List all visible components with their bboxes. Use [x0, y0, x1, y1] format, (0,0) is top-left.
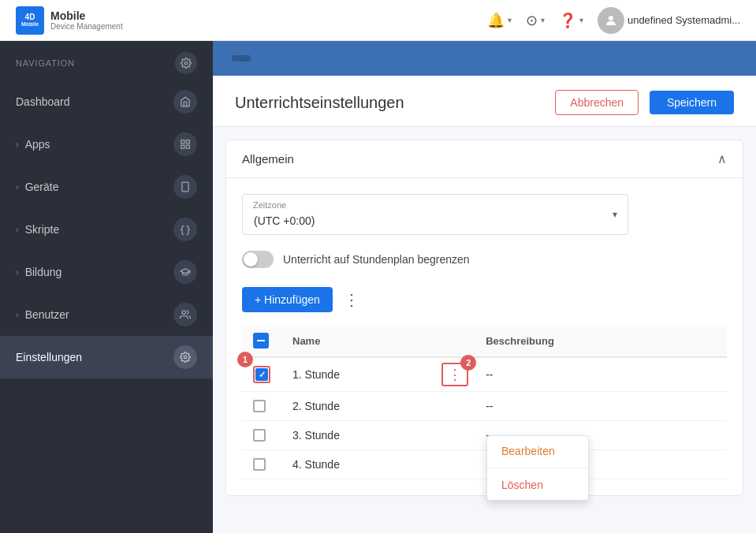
sidebar: NAVIGATION Dashboard › Apps [0, 41, 213, 533]
logo-icon: 4D Mobile [16, 6, 44, 35]
sub-header [213, 41, 756, 76]
sidebar-item-bildung[interactable]: › Bildung [0, 251, 213, 293]
sidebar-item-label: Dashboard [16, 95, 70, 108]
sidebar-item-label: Geräte [25, 181, 59, 193]
row1-action-container: 2 ⋮ [441, 363, 468, 386]
dashboard-icon [173, 90, 197, 114]
row1-description: 2 ⋮ -- [475, 357, 727, 392]
sidebar-item-apps[interactable]: › Apps [0, 123, 213, 166]
bildung-chevron-icon: › [16, 267, 19, 277]
svg-rect-3 [186, 140, 189, 144]
more-options-button[interactable]: ⋮ [341, 287, 363, 312]
context-menu: Bearbeiten Löschen [486, 435, 589, 501]
save-button[interactable]: Speichern [650, 91, 734, 114]
allgemein-section: Allgemein ∧ Zeitzone (UTC +0:00) ▾ [225, 140, 743, 496]
page-content: Unterrichtseinstellungen Abbrechen Speic… [213, 76, 756, 533]
sidebar-item-label: Skripte [25, 223, 60, 236]
help-chevron-icon: ▾ [579, 16, 583, 24]
table-row: 2. Stunde -- [242, 392, 727, 421]
timezone-field: Zeitzone (UTC +0:00) ▾ [242, 194, 727, 235]
timezone-select[interactable]: (UTC +0:00) [242, 194, 628, 235]
skripte-chevron-icon: › [16, 225, 19, 234]
main-layout: NAVIGATION Dashboard › Apps [0, 41, 756, 533]
bell-chevron-icon: ▾ [508, 16, 512, 24]
logo-area: 4D Mobile Mobile Device Management [16, 6, 123, 35]
geraete-icon [173, 175, 197, 199]
sidebar-item-dashboard[interactable]: Dashboard [0, 80, 213, 123]
nav-label: NAVIGATION [0, 41, 213, 80]
svg-point-1 [184, 62, 188, 65]
context-menu-delete[interactable]: Löschen [487, 470, 588, 500]
row1-checkbox-wrapper: ✓ [253, 366, 270, 383]
row3-checkbox-cell [242, 421, 281, 450]
section-chevron-icon: ∧ [717, 151, 727, 166]
sidebar-item-skripte[interactable]: › Skripte {} [0, 208, 213, 251]
nav-settings-icon[interactable] [175, 52, 197, 74]
section-header[interactable]: Allgemein ∧ [226, 140, 743, 178]
col-header-description: Beschreibung [475, 325, 727, 357]
row1-action-area: 2 ⋮ [441, 363, 468, 386]
sub-tab-active[interactable] [232, 55, 251, 62]
row4-name: 4. Stunde [281, 450, 475, 479]
page-title: Unterrichtseinstellungen [235, 94, 404, 112]
row1-checkbox[interactable]: ✓ [255, 368, 268, 381]
svg-point-0 [609, 16, 613, 20]
svg-rect-5 [186, 145, 189, 148]
skripte-icon: {} [173, 218, 197, 241]
svg-rect-6 [182, 182, 188, 192]
apps-icon [173, 132, 197, 156]
sidebar-item-benutzer[interactable]: › Benutzer [0, 293, 213, 336]
bildung-icon [173, 260, 197, 284]
row2-checkbox-cell [242, 392, 281, 421]
notifications-group[interactable]: 🔔 ▾ [487, 12, 512, 29]
avatar [598, 7, 624, 34]
benutzer-icon [173, 303, 197, 326]
add-button[interactable]: + Hinzufügen [242, 287, 333, 312]
brand-name: Mobile [50, 9, 123, 22]
help-group[interactable]: ❓ ▾ [559, 12, 583, 29]
row2-checkbox[interactable] [253, 400, 266, 412]
sidebar-item-einstellungen[interactable]: Einstellungen [0, 336, 213, 378]
context-menu-edit[interactable]: Bearbeiten [487, 436, 588, 466]
timezone-label: Zeitzone [253, 200, 286, 210]
badge-1: 1 [237, 352, 253, 367]
row3-name: 3. Stunde [281, 421, 475, 450]
select-all-checkbox[interactable] [253, 333, 269, 348]
table-row: 1 ✓ [242, 357, 727, 392]
user-group[interactable]: undefined Systemadmi... [598, 7, 740, 34]
svg-point-9 [184, 356, 187, 359]
svg-rect-2 [181, 140, 184, 144]
svg-point-8 [182, 311, 186, 315]
status-group[interactable]: ⊙ ▾ [526, 12, 545, 29]
svg-rect-4 [181, 145, 184, 148]
row2-description: -- [475, 392, 727, 421]
row4-checkbox[interactable] [253, 458, 266, 471]
badge-2: 2 [460, 355, 476, 371]
logo-text: Mobile Device Management [50, 9, 123, 31]
geraete-chevron-icon: › [16, 182, 19, 192]
timezone-select-wrapper: Zeitzone (UTC +0:00) ▾ [242, 194, 628, 235]
sidebar-item-label: Einstellungen [16, 351, 82, 363]
toggle-label: Unterricht auf Stundenplan begrenzen [283, 253, 470, 266]
sidebar-item-label: Bildung [25, 266, 62, 278]
sidebar-item-geraete[interactable]: › Geräte [0, 166, 213, 208]
data-table: Name Beschreibung [242, 325, 727, 479]
bell-icon: 🔔 [487, 12, 505, 29]
apps-chevron-icon: › [16, 140, 19, 149]
table-wrapper: Name Beschreibung [242, 325, 727, 479]
help-icon: ❓ [559, 12, 576, 29]
page-header: Unterrichtseinstellungen Abbrechen Speic… [213, 76, 756, 127]
sidebar-item-label: Apps [25, 138, 50, 151]
context-menu-divider [487, 468, 588, 468]
benutzer-chevron-icon: › [16, 310, 19, 319]
brand-sub: Device Management [50, 22, 123, 31]
header-actions: Abbrechen Speichern [555, 90, 734, 115]
cancel-button[interactable]: Abbrechen [555, 90, 639, 115]
top-header: 4D Mobile Mobile Device Management 🔔 ▾ ⊙… [0, 0, 756, 41]
section-title: Allgemein [242, 152, 294, 166]
row4-checkbox-cell [242, 450, 281, 479]
row3-checkbox[interactable] [253, 429, 266, 442]
stundenplan-toggle[interactable] [242, 251, 274, 268]
einstellungen-icon [173, 345, 197, 369]
row2-name: 2. Stunde [281, 392, 475, 421]
